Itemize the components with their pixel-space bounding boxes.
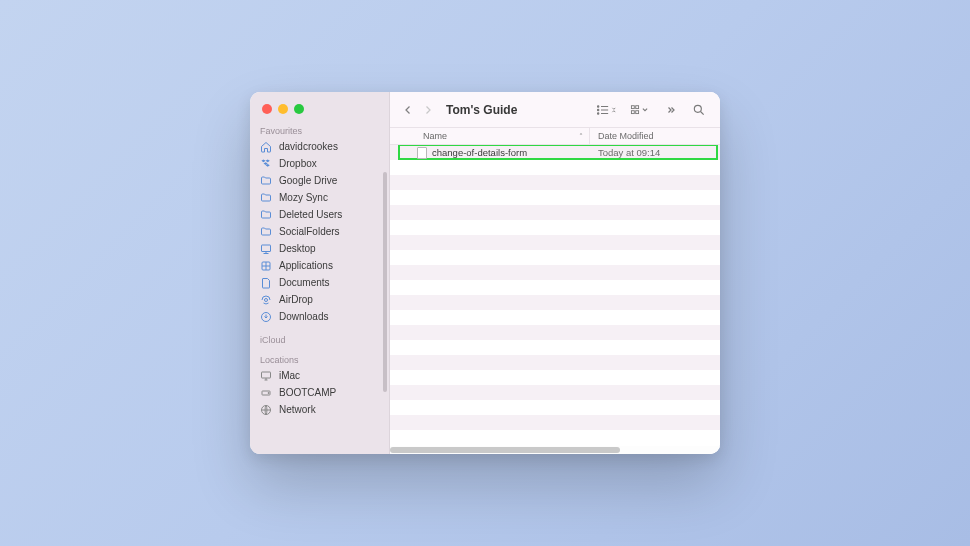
sidebar-item-label: Deleted Users [279, 209, 342, 220]
svg-point-18 [694, 105, 701, 112]
sidebar-item-label: Dropbox [279, 158, 317, 169]
svg-rect-16 [631, 110, 634, 113]
sidebar-item-label: Google Drive [279, 175, 337, 186]
dropbox-icon [260, 158, 272, 170]
search-button[interactable] [688, 101, 710, 119]
empty-row [390, 265, 720, 280]
sidebar-item-documents[interactable]: Documents [250, 274, 389, 291]
empty-row [390, 205, 720, 220]
apps-icon [260, 260, 272, 272]
folder-icon [260, 192, 272, 204]
sidebar-item-label: Applications [279, 260, 333, 271]
sidebar-item-label: Mozy Sync [279, 192, 328, 203]
column-header-name[interactable]: Name ˄ [390, 128, 590, 144]
network-icon [260, 404, 272, 416]
empty-row [390, 250, 720, 265]
main-panel: Tom's Guide [390, 92, 720, 454]
group-by-button[interactable] [626, 101, 654, 119]
empty-row [390, 340, 720, 355]
svg-rect-15 [636, 105, 639, 108]
empty-row [390, 235, 720, 250]
empty-row [390, 385, 720, 400]
sidebar-item-label: SocialFolders [279, 226, 340, 237]
list-header: Name ˄ Date Modified [390, 128, 720, 145]
desktop-icon [260, 243, 272, 255]
more-button[interactable] [660, 102, 682, 118]
disk-icon [260, 387, 272, 399]
sidebar-scrollbar[interactable] [383, 172, 387, 392]
empty-row [390, 190, 720, 205]
back-button[interactable] [400, 102, 416, 118]
doc-icon [260, 277, 272, 289]
empty-row [390, 430, 720, 445]
sidebar-item-mozy-sync[interactable]: Mozy Sync [250, 189, 389, 206]
download-icon [260, 311, 272, 323]
sidebar: Favourites davidcrookes Dropbox Google D… [250, 92, 390, 454]
folder-icon [260, 209, 272, 221]
close-button[interactable] [262, 104, 272, 114]
sidebar-item-label: AirDrop [279, 294, 313, 305]
toolbar: Tom's Guide [390, 92, 720, 128]
sidebar-item-dropbox[interactable]: Dropbox [250, 155, 389, 172]
view-mode-button[interactable] [592, 101, 620, 119]
imac-icon [260, 370, 272, 382]
finder-window: Favourites davidcrookes Dropbox Google D… [250, 92, 720, 454]
sidebar-item-applications[interactable]: Applications [250, 257, 389, 274]
svg-point-6 [268, 392, 269, 393]
window-controls [250, 92, 389, 122]
minimize-button[interactable] [278, 104, 288, 114]
svg-rect-4 [262, 372, 271, 378]
empty-row [390, 160, 720, 175]
sidebar-item-downloads[interactable]: Downloads [250, 308, 389, 325]
svg-point-8 [597, 105, 598, 106]
sidebar-item-imac[interactable]: iMac [250, 367, 389, 384]
sidebar-item-label: BOOTCAMP [279, 387, 336, 398]
folder-icon [260, 175, 272, 187]
empty-row [390, 280, 720, 295]
horizontal-scrollbar-thumb[interactable] [390, 447, 620, 453]
sidebar-item-deleted-users[interactable]: Deleted Users [250, 206, 389, 223]
svg-rect-14 [631, 105, 634, 108]
file-date: Today at 09:14 [590, 147, 720, 158]
sidebar-item-bootcamp[interactable]: BOOTCAMP [250, 384, 389, 401]
horizontal-scrollbar-track[interactable] [390, 446, 720, 454]
sidebar-section-icloud: iCloud [250, 325, 389, 347]
empty-row [390, 325, 720, 340]
file-list[interactable]: change-of-details-form Today at 09:14 [390, 145, 720, 446]
svg-point-10 [597, 109, 598, 110]
empty-row [390, 400, 720, 415]
file-name: change-of-details-form [432, 147, 527, 158]
sidebar-item-network[interactable]: Network [250, 401, 389, 418]
sidebar-item-label: Downloads [279, 311, 328, 322]
sidebar-item-label: Documents [279, 277, 330, 288]
empty-row [390, 310, 720, 325]
home-icon [260, 141, 272, 153]
empty-row [390, 370, 720, 385]
svg-rect-0 [262, 245, 271, 252]
airdrop-icon [260, 294, 272, 306]
file-row[interactable]: change-of-details-form Today at 09:14 [390, 145, 720, 160]
window-title: Tom's Guide [446, 103, 517, 117]
sidebar-item-label: Network [279, 404, 316, 415]
sidebar-item-desktop[interactable]: Desktop [250, 240, 389, 257]
svg-rect-17 [636, 110, 639, 113]
sidebar-item-socialfolders[interactable]: SocialFolders [250, 223, 389, 240]
empty-row [390, 295, 720, 310]
nav-arrows [400, 102, 436, 118]
empty-row [390, 415, 720, 430]
forward-button[interactable] [420, 102, 436, 118]
sort-ascending-icon: ˄ [579, 132, 583, 141]
column-header-date[interactable]: Date Modified [590, 128, 720, 144]
empty-row [390, 175, 720, 190]
sidebar-section-locations: Locations [250, 347, 389, 367]
sidebar-item-label: iMac [279, 370, 300, 381]
document-file-icon [417, 147, 427, 159]
sidebar-section-favourites: Favourites [250, 122, 389, 138]
sidebar-item-davidcrookes[interactable]: davidcrookes [250, 138, 389, 155]
sidebar-item-google-drive[interactable]: Google Drive [250, 172, 389, 189]
sidebar-item-airdrop[interactable]: AirDrop [250, 291, 389, 308]
sidebar-item-label: Desktop [279, 243, 316, 254]
sidebar-item-label: davidcrookes [279, 141, 338, 152]
maximize-button[interactable] [294, 104, 304, 114]
folder-icon [260, 226, 272, 238]
